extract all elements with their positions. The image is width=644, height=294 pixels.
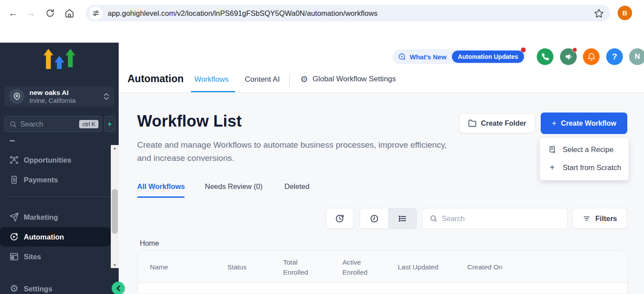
keyboard-shortcut-badge: ctrl K bbox=[79, 120, 98, 128]
main-content: Workflow List Create and manage Workflow… bbox=[119, 93, 644, 294]
user-avatar[interactable]: N bbox=[629, 48, 644, 65]
scrollbar-down-arrow[interactable]: ▼ bbox=[111, 262, 119, 268]
global-workflow-settings-button[interactable]: ⚙ Global Workflow Settings bbox=[300, 74, 396, 84]
megaphone-icon bbox=[564, 53, 573, 61]
automation-updates-badge[interactable]: Automation Updates bbox=[452, 51, 524, 63]
logo-arrow-yellow bbox=[44, 49, 53, 69]
browser-back-button[interactable]: ← bbox=[7, 7, 19, 19]
location-switcher[interactable]: new oaks AI Irvine, California bbox=[4, 86, 114, 106]
execution-history-button[interactable] bbox=[326, 208, 354, 229]
scrollbar-thumb[interactable] bbox=[112, 189, 118, 234]
scrollbar-up-arrow[interactable]: ▲ bbox=[111, 145, 119, 151]
sidebar-scrollbar[interactable]: ▲ ▼ bbox=[111, 145, 119, 268]
list-view-button[interactable] bbox=[388, 208, 416, 229]
gear-icon: ⚙ bbox=[300, 74, 308, 84]
time-view-button[interactable] bbox=[360, 208, 388, 229]
sites-icon bbox=[9, 252, 19, 261]
column-header-active-enrolled[interactable]: Active Enrolled bbox=[342, 251, 374, 283]
star-icon bbox=[594, 8, 604, 18]
create-workflow-menu: Select a Recipe + Start from Scratch bbox=[540, 138, 629, 180]
bell-icon bbox=[587, 53, 596, 61]
column-header-created-on[interactable]: Created On bbox=[467, 251, 520, 283]
tune-icon bbox=[92, 9, 100, 17]
browser-forward-button[interactable]: → bbox=[25, 7, 37, 19]
active-tab-underline bbox=[191, 91, 235, 92]
recipe-file-icon bbox=[548, 145, 557, 154]
column-header-name[interactable]: Name bbox=[150, 251, 216, 283]
workflow-search-input[interactable]: Search bbox=[422, 208, 568, 229]
whats-new-button[interactable]: What's New Automation Updates bbox=[393, 49, 525, 64]
logo-arrow-blue bbox=[55, 56, 64, 69]
url-text[interactable]: app.gohighlevel.com/v2/location/lnPS691g… bbox=[108, 9, 594, 18]
partial-scrolled-item bbox=[10, 140, 15, 142]
whats-new-label: What's New bbox=[410, 53, 447, 61]
avatar-initial: N bbox=[635, 52, 640, 61]
sidebar-item-payments[interactable]: $ Payments bbox=[0, 170, 111, 189]
home-icon bbox=[65, 8, 74, 18]
bookmark-star-button[interactable] bbox=[594, 8, 604, 18]
header-divider bbox=[289, 73, 290, 88]
table-header-row: Name Status Total Enrolled Active Enroll… bbox=[138, 251, 627, 283]
tab-all-workflows[interactable]: All Workflows bbox=[137, 182, 185, 191]
filters-button[interactable]: Filters bbox=[572, 208, 627, 229]
notifications-button[interactable] bbox=[583, 48, 600, 65]
menu-item-label: Start from Scratch bbox=[563, 163, 621, 172]
folder-icon bbox=[468, 119, 477, 127]
app-header: What's New Automation Updates ? N Automa… bbox=[119, 43, 644, 93]
create-workflow-button[interactable]: + Create Workflow bbox=[541, 113, 627, 134]
column-header-last-updated[interactable]: Last Updated bbox=[398, 251, 451, 283]
payments-icon: $ bbox=[9, 175, 19, 185]
menu-item-select-a-recipe[interactable]: Select a Recipe bbox=[540, 141, 629, 159]
section-title: Automation bbox=[127, 73, 184, 85]
lightning-bolt-icon bbox=[107, 121, 113, 127]
column-header-total-enrolled[interactable]: Total Enrolled bbox=[283, 251, 315, 283]
search-icon bbox=[9, 120, 17, 128]
send-icon bbox=[9, 212, 19, 222]
tab-deleted[interactable]: Deleted bbox=[284, 182, 309, 191]
plus-icon: + bbox=[552, 119, 557, 128]
tab-content-ai[interactable]: Content AI bbox=[245, 75, 280, 84]
create-workflow-label: Create Workflow bbox=[561, 120, 616, 127]
browser-home-button[interactable] bbox=[63, 7, 76, 19]
create-folder-label: Create Folder bbox=[481, 120, 526, 127]
workflow-search-placeholder: Search bbox=[442, 214, 465, 223]
sidebar-collapse-button[interactable] bbox=[112, 282, 125, 294]
sidebar-search-input[interactable]: Search ctrl K bbox=[4, 116, 102, 132]
tab-workflows[interactable]: Workflows bbox=[194, 75, 229, 84]
location-pin-badge bbox=[9, 89, 24, 104]
sidebar-item-sites[interactable]: Sites bbox=[0, 247, 111, 266]
question-mark-icon: ? bbox=[612, 52, 617, 62]
announcements-button[interactable] bbox=[560, 48, 577, 65]
location-name: new oaks AI bbox=[29, 88, 104, 97]
site-settings-button[interactable] bbox=[89, 7, 102, 20]
breadcrumb-home[interactable]: Home bbox=[140, 239, 159, 247]
active-subtab-underline bbox=[137, 196, 185, 198]
location-city: Irvine, California bbox=[29, 97, 104, 105]
view-toggle bbox=[360, 208, 417, 229]
column-header-status[interactable]: Status bbox=[227, 251, 271, 283]
menu-item-label: Select a Recipe bbox=[563, 145, 614, 154]
address-bar[interactable]: app.gohighlevel.com/v2/location/lnPS691g… bbox=[86, 5, 610, 22]
create-folder-button[interactable]: Create Folder bbox=[459, 113, 535, 133]
sidebar-item-automation[interactable]: Automation bbox=[0, 227, 111, 247]
sidebar-item-marketing[interactable]: Marketing bbox=[0, 207, 111, 227]
chevron-up-icon bbox=[104, 93, 109, 96]
filters-label: Filters bbox=[595, 214, 617, 223]
menu-item-start-from-scratch[interactable]: + Start from Scratch bbox=[540, 159, 629, 177]
browser-profile-avatar[interactable]: B bbox=[618, 6, 632, 20]
sidebar-divider bbox=[9, 196, 110, 197]
tab-needs-review[interactable]: Needs Review (0) bbox=[205, 182, 262, 191]
svg-text:$: $ bbox=[13, 178, 15, 182]
sidebar-item-opportunities[interactable]: Opportunities bbox=[0, 150, 111, 170]
sidebar-item-settings[interactable]: ⚙ Settings bbox=[0, 279, 111, 294]
sidebar-item-label: Opportunities bbox=[24, 156, 71, 164]
reload-icon bbox=[45, 8, 55, 18]
screen: ← → app.gohighlevel.com/v2/location/lnPS… bbox=[0, 0, 644, 294]
phone-button[interactable] bbox=[537, 48, 553, 65]
gear-icon: ⚙ bbox=[9, 284, 19, 294]
help-button[interactable]: ? bbox=[606, 48, 623, 65]
browser-reload-button[interactable] bbox=[44, 7, 56, 19]
opportunities-icon bbox=[9, 155, 19, 165]
quick-actions-button[interactable] bbox=[104, 116, 115, 132]
page-description: Create and manage Workflows to automate … bbox=[137, 138, 448, 165]
